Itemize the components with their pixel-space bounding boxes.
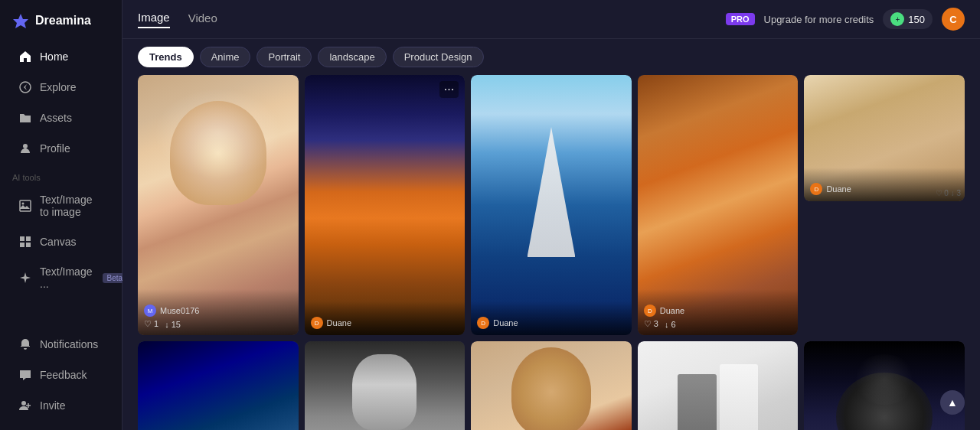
- sidebar-label-notifications: Notifications: [40, 338, 98, 350]
- folder-icon: [18, 111, 32, 125]
- sidebar-item-text-image-beta[interactable]: Text/Image ... Beta: [6, 258, 116, 298]
- user-icon: [18, 142, 32, 155]
- bell-icon: [18, 337, 32, 351]
- sidebar-item-feedback[interactable]: Feedback: [6, 360, 116, 389]
- logo-icon: [12, 12, 29, 29]
- credits-icon: +: [890, 12, 904, 26]
- ai-tools-label: AI tools: [0, 164, 122, 185]
- sidebar-item-home[interactable]: Home: [6, 42, 116, 71]
- svg-rect-9: [26, 243, 31, 247]
- gallery-card-12[interactable]: [638, 341, 799, 430]
- card-4-overlay: D Duane ♡ 3 ↓ 6: [638, 289, 799, 335]
- card-2-overlay: D Duane: [305, 301, 466, 335]
- sidebar-label-feedback: Feedback: [40, 369, 87, 381]
- card-2-more[interactable]: ···: [439, 81, 459, 98]
- card-2-username: Duane: [327, 318, 351, 327]
- card-5-avatar: D: [810, 183, 822, 195]
- card-5-username: Duane: [826, 184, 851, 194]
- filter-product-design[interactable]: Product Design: [393, 47, 484, 67]
- filter-anime[interactable]: Anime: [200, 47, 251, 67]
- filter-bar: Trends Anime Portrait landscape Product …: [122, 39, 980, 75]
- sidebar-item-assets[interactable]: Assets: [6, 103, 116, 132]
- card-3-username: Duane: [493, 318, 518, 327]
- svg-point-5: [22, 203, 24, 205]
- user-plus-icon: [18, 399, 32, 412]
- credits-display: + 150: [883, 9, 933, 29]
- svg-rect-7: [26, 236, 31, 241]
- svg-rect-6: [20, 236, 24, 241]
- sidebar-item-canvas[interactable]: Canvas: [6, 227, 116, 256]
- pro-badge: PRO: [726, 13, 755, 25]
- gallery-card-3[interactable]: D Duane: [471, 75, 632, 335]
- svg-point-10: [21, 401, 26, 406]
- tab-image[interactable]: Image: [138, 11, 170, 28]
- svg-marker-2: [24, 84, 27, 90]
- sidebar-label-text-image: Text/Image to image: [40, 194, 103, 218]
- gallery-card-13[interactable]: [804, 341, 965, 430]
- tab-video[interactable]: Video: [188, 11, 217, 28]
- card-1-overlay: M Muse0176 ♡ 1 ↓ 15: [138, 289, 299, 335]
- message-icon: [18, 368, 32, 382]
- sidebar-item-text-image[interactable]: Text/Image to image: [6, 186, 116, 226]
- card-4-username: Duane: [660, 306, 684, 315]
- gallery-card-11[interactable]: [471, 341, 632, 430]
- card-1-likes: ♡ 1: [144, 319, 158, 329]
- sidebar-item-notifications[interactable]: Notifications: [6, 330, 116, 359]
- card-5-overlay: D Duane: [804, 168, 965, 201]
- sidebar-label-explore: Explore: [40, 81, 76, 93]
- gallery-card-2[interactable]: D Duane ··· Master paintings, highest qu…: [305, 75, 466, 335]
- card-5-user: D Duane: [810, 183, 959, 195]
- gallery-card-4[interactable]: D Duane ♡ 3 ↓ 6: [638, 75, 799, 335]
- gallery-card-5[interactable]: ♡ 0 ↓ 3 D Duane: [804, 75, 965, 201]
- gallery-card-9[interactable]: [138, 341, 299, 430]
- card-3-overlay: D Duane: [471, 301, 632, 335]
- sidebar-item-invite[interactable]: Invite: [6, 391, 116, 420]
- main-content: Image Video PRO Upgrade for more credits…: [122, 0, 980, 430]
- filter-landscape[interactable]: landscape: [318, 47, 386, 67]
- card-2-user: D Duane: [311, 317, 459, 329]
- header: Image Video PRO Upgrade for more credits…: [122, 0, 980, 39]
- card-3-avatar: D: [477, 317, 489, 329]
- filter-trends[interactable]: Trends: [138, 47, 194, 67]
- card-3-user: D Duane: [477, 317, 626, 329]
- scroll-to-top[interactable]: ▲: [940, 390, 965, 415]
- card-1-avatar: M: [144, 305, 156, 317]
- svg-rect-8: [20, 243, 24, 247]
- sidebar-label-assets: Assets: [40, 112, 72, 124]
- sidebar-label-home: Home: [40, 50, 68, 63]
- gallery: M Muse0176 ♡ 1 ↓ 15 D Duane: [122, 75, 980, 430]
- sparkle-icon: [18, 271, 32, 285]
- sidebar-label-invite: Invite: [40, 399, 65, 412]
- sidebar-label-profile: Profile: [40, 142, 70, 155]
- card-1-stats: ♡ 1 ↓ 15: [144, 319, 292, 329]
- sidebar-item-profile[interactable]: Profile: [6, 134, 116, 163]
- masonry-grid: M Muse0176 ♡ 1 ↓ 15 D Duane: [138, 75, 965, 430]
- svg-point-3: [23, 144, 28, 148]
- card-4-stats: ♡ 3 ↓ 6: [644, 319, 792, 329]
- card-4-user: D Duane: [644, 305, 792, 317]
- sidebar-item-explore[interactable]: Explore: [6, 73, 116, 102]
- header-tabs: Image Video: [138, 11, 217, 28]
- avatar[interactable]: C: [942, 8, 965, 31]
- app-name: Dreamina: [35, 14, 91, 28]
- gallery-card-1[interactable]: M Muse0176 ♡ 1 ↓ 15: [138, 75, 299, 335]
- image-icon: [18, 199, 32, 213]
- filter-portrait[interactable]: Portrait: [256, 47, 312, 67]
- card-1-downloads: ↓ 15: [165, 320, 181, 329]
- grid-icon: [18, 235, 32, 249]
- credits-value: 150: [908, 14, 925, 25]
- card-1-user: M Muse0176: [144, 305, 292, 317]
- home-icon: [18, 50, 32, 64]
- card-2-avatar: D: [311, 317, 323, 329]
- gallery-card-10[interactable]: [305, 341, 466, 430]
- upgrade-link[interactable]: Upgrade for more credits: [764, 14, 874, 25]
- compass-icon: [18, 80, 32, 94]
- header-right: PRO Upgrade for more credits + 150 C: [726, 8, 965, 31]
- svg-rect-4: [20, 200, 31, 211]
- sidebar: Dreamina Home Explore Assets Profile AI …: [0, 0, 122, 430]
- card-1-username: Muse0176: [160, 306, 199, 315]
- card-4-avatar: D: [644, 305, 656, 317]
- sidebar-label-text-image-beta: Text/Image ...: [40, 265, 92, 290]
- svg-marker-0: [13, 14, 28, 28]
- sidebar-label-canvas: Canvas: [40, 236, 76, 248]
